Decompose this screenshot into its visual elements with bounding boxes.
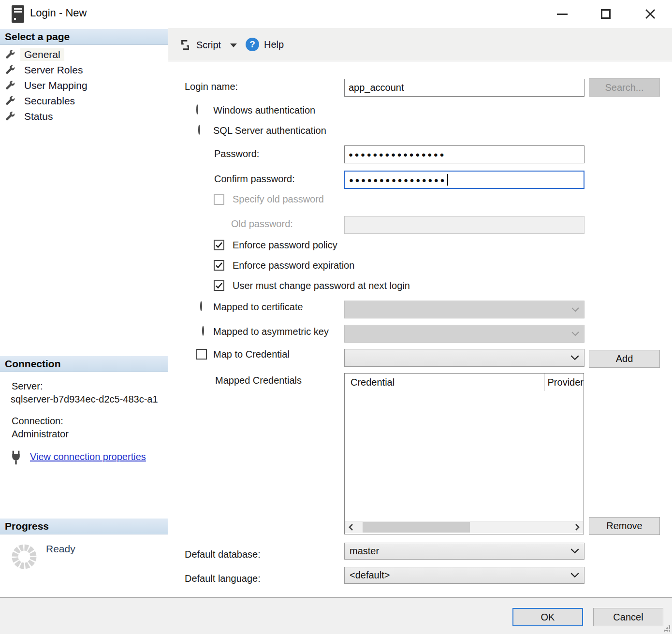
help-button[interactable]: ? Help <box>246 36 284 53</box>
wrench-icon <box>5 80 15 91</box>
default-database-value: master <box>350 546 379 557</box>
server-icon <box>12 5 24 23</box>
login-name-input[interactable]: app_account <box>344 79 584 97</box>
mapped-credentials-label: Mapped Credentials <box>215 375 302 386</box>
sql-server-authentication-label: SQL Server authentication <box>213 125 326 136</box>
enforce-password-expiration-checkbox[interactable] <box>214 260 224 271</box>
script-button[interactable]: Script <box>179 37 221 53</box>
confirm-password-label: Confirm password: <box>214 173 295 185</box>
resize-grip[interactable] <box>663 625 670 632</box>
server-value: sqlserver-b7d934ec-d2c5-483c-a1 <box>11 394 168 405</box>
user-must-change-password-checkbox[interactable] <box>214 280 224 291</box>
sidebar-item-label: Server Roles <box>20 64 87 76</box>
sidebar-item-label: User Mapping <box>20 79 91 92</box>
script-dropdown-button[interactable] <box>230 43 237 47</box>
sidebar-item-securables[interactable]: Securables <box>5 93 164 109</box>
check-icon <box>215 242 223 248</box>
toolbar: Script ? Help <box>168 28 672 61</box>
script-label: Script <box>196 40 221 51</box>
horizontal-scrollbar[interactable] <box>345 521 583 533</box>
check-icon <box>215 262 223 269</box>
mapped-to-asymmetric-key-radio[interactable] <box>202 326 204 336</box>
map-to-credential-checkbox[interactable] <box>196 349 207 360</box>
wrench-icon <box>5 96 15 106</box>
enforce-password-policy-label: Enforce password policy <box>233 240 337 251</box>
sql-server-authentication-radio[interactable] <box>198 125 200 135</box>
wrench-icon <box>5 111 15 122</box>
column-header-credential[interactable]: Credential <box>345 377 544 388</box>
default-database-label: Default database: <box>185 549 261 560</box>
login-name-value: app_account <box>349 82 404 93</box>
old-password-label: Old password: <box>231 218 293 230</box>
add-button[interactable]: Add <box>589 350 660 368</box>
cancel-button[interactable]: Cancel <box>593 608 663 626</box>
chevron-right-icon <box>575 524 580 531</box>
help-label: Help <box>264 39 284 50</box>
ok-button[interactable]: OK <box>512 608 583 626</box>
windows-authentication-label: Windows authentication <box>213 105 315 116</box>
window-title: Login - New <box>30 7 87 19</box>
chevron-down-icon <box>570 548 579 554</box>
sidebar-item-label: Securables <box>20 95 79 107</box>
confirm-password-input[interactable]: ●●●●●●●●●●●●●●●● <box>344 171 584 189</box>
chevron-down-icon <box>230 43 237 47</box>
progress-status: Ready <box>46 543 75 555</box>
enforce-password-policy-checkbox[interactable] <box>214 240 224 250</box>
password-masked-value: ●●●●●●●●●●●●●●●● <box>349 151 446 158</box>
login-name-label: Login name: <box>185 81 238 92</box>
maximize-icon <box>601 9 611 19</box>
enforce-password-expiration-label: Enforce password expiration <box>233 260 354 271</box>
sidebar-item-status[interactable]: Status <box>5 109 164 124</box>
progress-header: Progress <box>0 519 168 534</box>
map-to-credential-label: Map to Credential <box>213 349 290 360</box>
connection-label: Connection: <box>12 416 63 427</box>
sidebar-item-label: Status <box>20 110 57 123</box>
chevron-down-icon <box>570 355 579 360</box>
close-icon <box>644 8 656 20</box>
chevron-down-icon <box>570 573 579 578</box>
chevron-down-icon <box>571 307 579 312</box>
close-button[interactable] <box>635 0 665 28</box>
mapped-to-certificate-radio[interactable] <box>200 301 202 311</box>
default-database-select[interactable]: master <box>344 543 584 560</box>
old-password-input <box>344 216 584 234</box>
select-a-page-header: Select a page <box>0 29 168 45</box>
view-connection-properties-link[interactable]: View connection properties <box>30 451 146 462</box>
asymmetric-key-select <box>344 325 584 343</box>
scrollbar-thumb[interactable] <box>363 522 470 533</box>
mapped-credentials-list-header: Credential Provider <box>345 374 584 391</box>
minimize-button[interactable] <box>547 0 577 28</box>
sidebar-item-user-mapping[interactable]: User Mapping <box>5 78 164 93</box>
title-bar: Login - New <box>0 0 672 29</box>
sidebar-item-general[interactable]: General <box>5 47 164 62</box>
server-label: Server: <box>12 381 43 392</box>
default-language-select[interactable]: <default> <box>344 567 584 584</box>
specify-old-password-label: Specify old password <box>233 194 324 205</box>
left-panel: Select a page General Server Roles User … <box>0 28 168 597</box>
progress-spinner-icon <box>11 543 38 572</box>
credential-select[interactable] <box>344 349 584 367</box>
mapped-credentials-list[interactable]: Credential Provider <box>344 373 584 534</box>
wrench-icon <box>5 49 15 60</box>
mapped-to-asymmetric-key-label: Mapped to asymmetric key <box>213 326 329 337</box>
maximize-button[interactable] <box>591 0 621 28</box>
password-input[interactable]: ●●●●●●●●●●●●●●●● <box>344 145 584 163</box>
windows-authentication-radio[interactable] <box>196 104 198 115</box>
footer-bar: OK Cancel <box>0 597 672 634</box>
sidebar-item-label: General <box>20 48 64 61</box>
scroll-left-button[interactable] <box>345 521 357 533</box>
text-cursor <box>447 174 448 186</box>
sidebar-item-server-roles[interactable]: Server Roles <box>5 62 164 78</box>
script-scroll-icon <box>179 39 191 51</box>
search-button[interactable]: Search... <box>589 78 660 97</box>
remove-button[interactable]: Remove <box>589 517 660 535</box>
connection-value: Administrator <box>12 429 69 440</box>
certificate-select <box>344 301 584 318</box>
scroll-right-button[interactable] <box>571 521 583 533</box>
specify-old-password-checkbox[interactable] <box>214 194 224 205</box>
default-language-label: Default language: <box>185 573 261 584</box>
chevron-down-icon <box>571 331 579 336</box>
column-header-provider[interactable]: Provider <box>544 374 584 391</box>
confirm-password-masked-value: ●●●●●●●●●●●●●●●● <box>349 176 446 184</box>
check-icon <box>215 282 223 289</box>
